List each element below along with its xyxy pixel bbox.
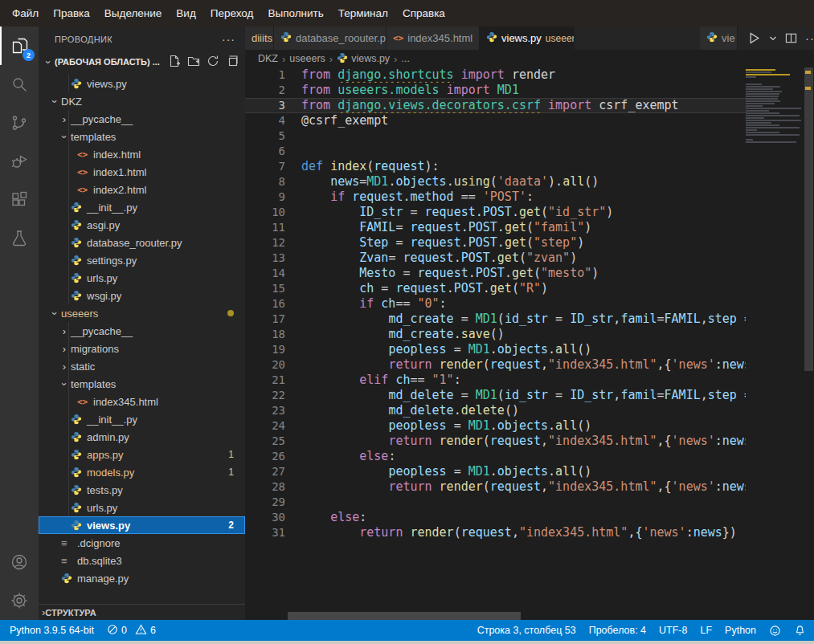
- code-line: 10 ID_str = request.POST.get("id_str"): [245, 205, 746, 220]
- tree-file-views.py[interactable]: views.py: [39, 75, 245, 92]
- breadcrumb-item-useeers[interactable]: useeers: [289, 53, 325, 64]
- tree-folder-templates[interactable]: ›templates: [39, 128, 245, 145]
- file-name: index.html: [93, 149, 141, 161]
- horizontal-scrollbar-slider[interactable]: [288, 612, 521, 620]
- explorer-icon[interactable]: 2: [0, 26, 39, 65]
- run-button[interactable]: [747, 31, 761, 45]
- tree-folder-migrations[interactable]: ›migrations: [39, 340, 245, 357]
- tree-folder-static[interactable]: ›static: [39, 357, 245, 375]
- vscode-window: ФайлПравкаВыделениеВидПереходВыполнитьТе…: [0, 0, 814, 644]
- notifications-bell-icon[interactable]: [794, 625, 806, 637]
- run-dropdown-chevron-icon[interactable]: [769, 35, 777, 43]
- breadcrumb-item-...[interactable]: ...: [401, 53, 409, 64]
- tree-file-__init__.py[interactable]: __init__.py: [39, 198, 245, 216]
- python-file-icon: [71, 449, 87, 460]
- tree-file-asgi.py[interactable]: asgi.py: [39, 216, 245, 234]
- refresh-icon[interactable]: [207, 55, 219, 69]
- tree-file-urls.py[interactable]: urls.py: [39, 269, 245, 287]
- run-debug-icon[interactable]: [0, 142, 39, 181]
- code-line: 6: [245, 144, 746, 159]
- status-item[interactable]: LF: [700, 625, 712, 636]
- tree-file-urls.py[interactable]: urls.py: [39, 499, 245, 516]
- menu-item[interactable]: Выделение: [97, 4, 170, 22]
- tree-folder-__pycache__[interactable]: ›__pycache__: [39, 110, 245, 128]
- code-text: return render(request,"index345.html",{'…: [285, 525, 737, 540]
- menu-item[interactable]: Переход: [203, 4, 261, 22]
- vertical-scrollbar[interactable]: [804, 67, 814, 620]
- tab-database_roouter.py[interactable]: database_roouter.py: [274, 26, 387, 50]
- tree-folder-__pycache__[interactable]: ›__pycache__: [39, 322, 245, 340]
- problems-status[interactable]: 0 6: [107, 624, 156, 638]
- code-text: Zvan= request.POST.get("zvan"): [285, 251, 577, 266]
- tree-file-database_roouter.py[interactable]: database_roouter.py: [39, 234, 245, 251]
- file-name: .dcignore: [77, 537, 120, 549]
- menu-item[interactable]: Правка: [46, 4, 97, 22]
- new-file-icon[interactable]: [168, 55, 181, 69]
- minimap[interactable]: [746, 69, 804, 144]
- code-editor[interactable]: 1from django.shortcuts import render2fro…: [245, 67, 814, 620]
- breadcrumb-item-views.py[interactable]: views.py: [337, 52, 390, 66]
- status-item[interactable]: Строка 3, столбец 53: [477, 625, 576, 636]
- tree-folder-useeers[interactable]: ›useeers: [39, 304, 245, 322]
- menu-item[interactable]: Терминал: [331, 4, 395, 22]
- testing-icon[interactable]: [0, 219, 39, 258]
- tree-file-models.py[interactable]: models.py1: [39, 463, 245, 481]
- extensions-icon[interactable]: [0, 181, 39, 219]
- outline-section-header[interactable]: › СТРУКТУРА: [39, 604, 245, 620]
- split-editor-button[interactable]: [785, 32, 797, 44]
- tree-file-settings.py[interactable]: settings.py: [39, 251, 245, 269]
- code-text: return render(request,"index345.html",{'…: [285, 434, 746, 449]
- file-name: migrations: [71, 343, 119, 355]
- tree-file-index2.html[interactable]: <>index2.html: [39, 181, 245, 198]
- tree-folder-DKZ[interactable]: ›DKZ: [39, 92, 245, 110]
- menu-item[interactable]: Выполнить: [260, 4, 330, 22]
- status-item[interactable]: Python: [725, 625, 756, 636]
- vertical-scrollbar-slider[interactable]: [804, 67, 813, 371]
- new-folder-icon[interactable]: [187, 55, 200, 69]
- breadcrumb-item-DKZ[interactable]: DKZ: [258, 53, 278, 64]
- source-control-icon[interactable]: [0, 104, 39, 142]
- python-file-icon: [71, 202, 87, 213]
- tab-index345.html[interactable]: <>index345.html: [387, 26, 480, 50]
- chevron-down-icon: ›: [59, 377, 71, 390]
- more-actions-button[interactable]: ···: [805, 31, 814, 45]
- horizontal-scrollbar[interactable]: [245, 612, 746, 620]
- code-line: 31 return render(request,"index345.html"…: [245, 525, 746, 540]
- python-version-status[interactable]: Python 3.9.5 64-bit: [10, 625, 94, 636]
- collapse-all-icon[interactable]: [226, 55, 239, 69]
- tree-file-apps.py[interactable]: apps.py1: [39, 446, 245, 463]
- feedback-icon[interactable]: [769, 625, 781, 637]
- tree-file-wsgi.py[interactable]: wsgi.py: [39, 287, 245, 304]
- tab-diiits[interactable]: diiits2: [245, 26, 274, 50]
- menu-item[interactable]: Справка: [395, 4, 452, 22]
- tree-file-index.html[interactable]: <>index.html: [39, 145, 245, 163]
- status-item[interactable]: UTF-8: [659, 625, 687, 636]
- tab-views.py[interactable]: views.pyuseeers 2×: [480, 26, 575, 50]
- line-number: 27: [245, 464, 285, 479]
- search-icon[interactable]: [0, 65, 39, 104]
- tree-file-db.sqlite3[interactable]: ≡db.sqlite3: [39, 552, 245, 569]
- menu-item[interactable]: Файл: [5, 4, 46, 22]
- tree-file-index345.html[interactable]: <>index345.html: [39, 393, 245, 410]
- tree-file-tests.py[interactable]: tests.py: [39, 481, 245, 499]
- settings-gear-icon[interactable]: [0, 581, 39, 620]
- chevron-down-icon: ›: [49, 95, 61, 108]
- status-item[interactable]: Пробелов: 4: [589, 625, 646, 636]
- tab-label: index345.html: [407, 32, 472, 44]
- tree-file-admin.py[interactable]: admin.py: [39, 428, 245, 446]
- tree-file-__init__.py[interactable]: __init__.py: [39, 410, 245, 428]
- explorer-more-icon[interactable]: ···: [222, 33, 235, 46]
- workspace-section-header[interactable]: › (РАБОЧАЯ ОБЛАСТЬ) ...: [39, 52, 245, 71]
- tree-file-views.py[interactable]: views.py2: [39, 516, 245, 534]
- outline-label: СТРУКТУРА: [45, 608, 96, 618]
- tab-vie[interactable]: vie: [700, 26, 738, 50]
- line-number: 12: [245, 235, 285, 251]
- tree-file-manage.py[interactable]: manage.py: [39, 569, 245, 587]
- file-name: templates: [71, 378, 116, 390]
- chevron-right-icon: ›: [58, 113, 71, 125]
- account-icon[interactable]: [0, 543, 39, 581]
- tree-file-.dcignore[interactable]: ≡.dcignore: [39, 534, 245, 552]
- menu-item[interactable]: Вид: [169, 4, 202, 22]
- tree-folder-templates[interactable]: ›templates: [39, 375, 245, 393]
- tree-file-index1.html[interactable]: <>index1.html: [39, 163, 245, 181]
